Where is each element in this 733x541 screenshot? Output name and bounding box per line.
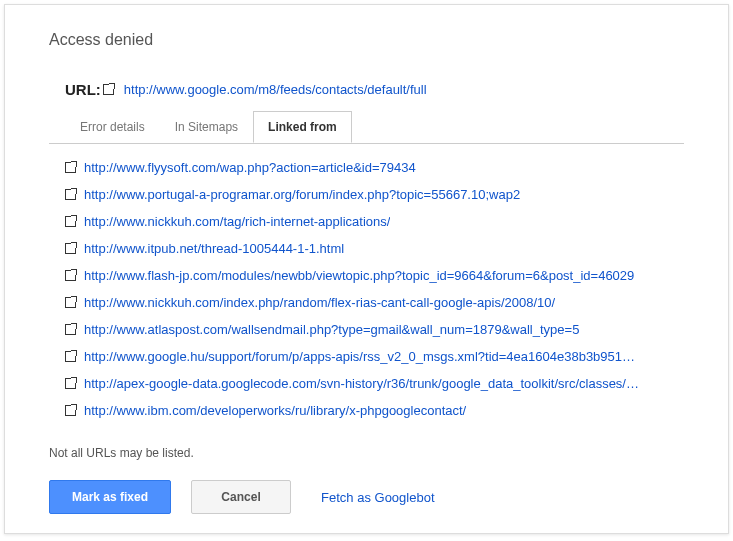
external-link-icon (65, 378, 76, 389)
link[interactable]: http://www.flash-jp.com/modules/newbb/vi… (84, 268, 634, 283)
button-row: Mark as fixed Cancel Fetch as Googlebot (5, 460, 728, 514)
list-item: http://www.nickkuh.com/index.php/random/… (65, 289, 684, 316)
link[interactable]: http://www.ibm.com/developerworks/ru/lib… (84, 403, 466, 418)
external-link-icon (65, 297, 76, 308)
link[interactable]: http://www.nickkuh.com/tag/rich-internet… (84, 214, 390, 229)
tab-error-details[interactable]: Error details (65, 111, 160, 143)
external-link-icon (65, 189, 76, 200)
external-link-icon (65, 243, 76, 254)
link[interactable]: http://www.atlaspost.com/wallsendmail.ph… (84, 322, 579, 337)
external-link-icon (65, 162, 76, 173)
mark-as-fixed-button[interactable]: Mark as fixed (49, 480, 171, 514)
list-item: http://www.portugal-a-programar.org/foru… (65, 181, 684, 208)
note-text: Not all URLs may be listed. (5, 424, 728, 460)
link[interactable]: http://www.google.hu/support/forum/p/app… (84, 349, 635, 364)
url-row: URL: http://www.google.com/m8/feeds/cont… (5, 49, 728, 110)
link[interactable]: http://www.flyysoft.com/wap.php?action=a… (84, 160, 416, 175)
url-value-link[interactable]: http://www.google.com/m8/feeds/contacts/… (124, 82, 427, 97)
list-item: http://www.flash-jp.com/modules/newbb/vi… (65, 262, 684, 289)
list-item: http://www.nickkuh.com/tag/rich-internet… (65, 208, 684, 235)
dialog-title: Access denied (5, 5, 728, 49)
external-link-icon (65, 216, 76, 227)
url-label: URL: (65, 81, 101, 98)
linked-from-panel: http://www.flyysoft.com/wap.php?action=a… (49, 143, 684, 424)
fetch-as-googlebot-link[interactable]: Fetch as Googlebot (321, 490, 434, 505)
link[interactable]: http://apex-google-data.googlecode.com/s… (84, 376, 639, 391)
external-link-icon (65, 324, 76, 335)
link[interactable]: http://www.portugal-a-programar.org/foru… (84, 187, 520, 202)
link[interactable]: http://www.nickkuh.com/index.php/random/… (84, 295, 555, 310)
external-link-icon (65, 270, 76, 281)
external-link-icon (65, 351, 76, 362)
list-item: http://www.ibm.com/developerworks/ru/lib… (65, 397, 684, 424)
tabs: Error details In Sitemaps Linked from (5, 110, 728, 143)
list-item: http://www.atlaspost.com/wallsendmail.ph… (65, 316, 684, 343)
list-item: http://www.itpub.net/thread-1005444-1-1.… (65, 235, 684, 262)
link[interactable]: http://www.itpub.net/thread-1005444-1-1.… (84, 241, 344, 256)
dialog: Access denied URL: http://www.google.com… (4, 4, 729, 534)
list-item: http://apex-google-data.googlecode.com/s… (65, 370, 684, 397)
cancel-button[interactable]: Cancel (191, 480, 291, 514)
links-list: http://www.flyysoft.com/wap.php?action=a… (49, 144, 684, 424)
tab-in-sitemaps[interactable]: In Sitemaps (160, 111, 253, 143)
list-item: http://www.flyysoft.com/wap.php?action=a… (65, 154, 684, 181)
tab-linked-from[interactable]: Linked from (253, 111, 352, 143)
external-link-icon (103, 84, 114, 95)
list-item: http://www.google.hu/support/forum/p/app… (65, 343, 684, 370)
external-link-icon (65, 405, 76, 416)
